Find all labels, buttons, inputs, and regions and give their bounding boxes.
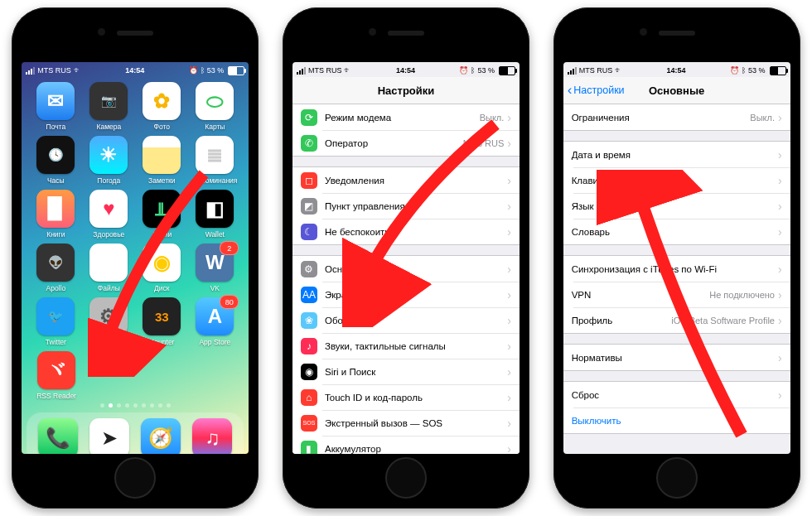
app-vk[interactable]: W2VK <box>189 244 240 292</box>
cell-value: Выкл. <box>480 113 505 123</box>
cell-Не беспокоить[interactable]: ☾Не беспокоить› <box>292 219 520 244</box>
cell-icon: AA <box>301 287 317 303</box>
cell-Пункт управления[interactable]: ◩Пункт управления› <box>292 193 520 219</box>
cell-icon: ✆ <box>301 135 317 152</box>
dock-app[interactable]: ➤ <box>89 418 129 454</box>
cell-Экстренный вызов — SOS[interactable]: SOSЭкстренный вызов — SOS› <box>292 410 520 436</box>
app-акции[interactable]: ⫫Акции <box>136 190 187 239</box>
cell-label: Выключить <box>572 416 782 426</box>
app-напоминания[interactable]: ≣Напоминания <box>189 136 240 185</box>
cell-label: Обои <box>325 316 507 326</box>
app-почта[interactable]: ✉Почта <box>30 82 81 131</box>
app-label: Здоровье <box>93 230 124 239</box>
cell-icon: ♪ <box>301 338 317 354</box>
back-button[interactable]: ‹Настройки <box>568 77 625 104</box>
home-button[interactable] <box>385 457 427 499</box>
app-погода[interactable]: ☀Погода <box>83 136 134 185</box>
app-фото[interactable]: ✿Фото <box>136 82 187 131</box>
app-камера[interactable]: 📷Камера <box>83 82 134 131</box>
cell-label: Язык и регион <box>572 201 778 211</box>
cell-Обои[interactable]: ❀Обои› <box>292 307 520 333</box>
app-label: Напоминания <box>192 176 237 185</box>
app-label: App Store <box>199 338 230 346</box>
app-label: Twitter <box>46 338 66 346</box>
cell-Дата и время[interactable]: Дата и время› <box>563 142 790 167</box>
app-файлы[interactable]: 🗂Файлы <box>83 244 134 292</box>
app-label: Файлы <box>98 284 120 292</box>
cell-Режим модема[interactable]: ⟳Режим модемаВыкл.› <box>292 104 520 130</box>
cell-Ограничения[interactable]: ОграниченияВыкл.› <box>563 104 790 130</box>
cell-label: Пункт управления <box>325 201 507 211</box>
app-wallet[interactable]: ◧Wallet <box>189 190 240 239</box>
cell-label: Сброс <box>572 390 778 400</box>
app-twitter[interactable]: 🐦Twitter <box>30 297 81 346</box>
app-counter[interactable]: 33Counter <box>136 297 187 346</box>
cell-icon: ⚙ <box>301 261 317 277</box>
app-label: Диск <box>154 284 169 292</box>
cell-label: Экран и яркость <box>325 290 507 300</box>
app-rss reader[interactable]: ヾRSS Reader <box>30 351 83 400</box>
cell-label: Звуки, тактильные сигналы <box>325 341 507 351</box>
app-label: Фото <box>154 123 171 131</box>
cell-icon: ⌂ <box>301 389 317 406</box>
cell-Словарь[interactable]: Словарь› <box>563 219 790 244</box>
home-button[interactable] <box>656 457 698 499</box>
cell-Уведомления[interactable]: ◻Уведомления› <box>292 167 520 193</box>
cell-Siri и Поиск[interactable]: ◉Siri и Поиск› <box>292 359 520 384</box>
cell-Язык и регион[interactable]: Язык и регион› <box>563 193 790 219</box>
app-label: Акции <box>152 230 172 239</box>
cell-label: Экстренный вызов — SOS <box>325 418 507 428</box>
cell-label: Не беспокоить <box>325 227 507 237</box>
cell-Экран и яркость[interactable]: AAЭкран и яркость› <box>292 282 520 307</box>
dock-app[interactable]: 🧭 <box>141 418 181 454</box>
cell-Основные[interactable]: ⚙Основные› <box>292 256 520 282</box>
dock: 📞➤🧭♫ <box>27 412 244 454</box>
cell-label: Профиль <box>572 316 672 326</box>
cell-label: Аккумулятор <box>325 444 507 454</box>
cell-Клавиатура[interactable]: Клавиатура› <box>563 167 790 193</box>
cell-value: Не подключено <box>709 290 775 300</box>
cell-label: Основные <box>325 264 507 274</box>
cell-label: Нормативы <box>572 353 778 363</box>
app-label: VK <box>210 284 220 292</box>
dock-app[interactable]: ♫ <box>192 418 232 454</box>
cell-label: Словарь <box>572 227 778 237</box>
app-label: Погода <box>97 176 120 185</box>
app-label: Почта <box>46 123 66 131</box>
cell-Оператор[interactable]: ✆ОператорMTS RUS› <box>292 130 520 156</box>
cell-value: MTS RUS <box>463 138 505 148</box>
app-apollo[interactable]: 👽Apollo <box>30 244 81 292</box>
cell-VPN[interactable]: VPNНе подключено› <box>563 282 790 307</box>
cell-Профиль[interactable]: ПрофильiOS Beta Software Profile› <box>563 307 790 333</box>
cell-label: Синхронизация с iTunes по Wi-Fi <box>572 264 778 274</box>
app-label: Apollo <box>46 284 66 292</box>
cell-label: Уведомления <box>325 176 507 186</box>
cell-Аккумулятор[interactable]: ▮Аккумулятор› <box>292 436 520 454</box>
app-app store[interactable]: A80App Store <box>189 297 240 346</box>
cell-Выключить[interactable]: Выключить <box>563 407 790 433</box>
cell-value: Выкл. <box>750 113 775 123</box>
cell-label: Touch ID и код-пароль <box>325 393 507 403</box>
app-здоровье[interactable]: ♥Здоровье <box>83 190 134 239</box>
cell-Сброс[interactable]: Сброс› <box>563 382 790 407</box>
general-screen: MTS RUS ᯤ 14:54 ⏰ᛒ 53 % ‹Настройки Основ… <box>563 62 790 454</box>
app-диск[interactable]: ◉Диск <box>136 244 187 292</box>
cell-icon: ▮ <box>301 441 317 455</box>
app-заметки[interactable]: Заметки <box>136 136 187 185</box>
cell-icon: SOS <box>301 415 317 432</box>
app-настройки[interactable]: ⚙Настройки <box>83 297 134 346</box>
cell-Синхронизация с iTunes по Wi-Fi[interactable]: Синхронизация с iTunes по Wi-Fi› <box>563 256 790 282</box>
cell-label: Дата и время <box>572 150 778 160</box>
cell-Нормативы[interactable]: Нормативы› <box>563 345 790 370</box>
app-карты[interactable]: ⬭Карты <box>189 82 240 131</box>
cell-icon: ☾ <box>301 224 317 240</box>
app-книги[interactable]: ▉Книги <box>30 190 81 239</box>
cell-Touch ID и код-пароль[interactable]: ⌂Touch ID и код-пароль› <box>292 384 520 410</box>
home-button[interactable] <box>114 457 156 499</box>
cell-Звуки, тактильные сигналы[interactable]: ♪Звуки, тактильные сигналы› <box>292 333 520 359</box>
app-label: RSS Reader <box>36 392 76 400</box>
dock-app[interactable]: 📞 <box>38 418 78 454</box>
status-bar: MTS RUS ᯤ 14:54 ⏰ᛒ 53 % <box>292 62 520 77</box>
app-label: Counter <box>149 338 174 346</box>
app-часы[interactable]: 🕓Часы <box>30 136 81 185</box>
